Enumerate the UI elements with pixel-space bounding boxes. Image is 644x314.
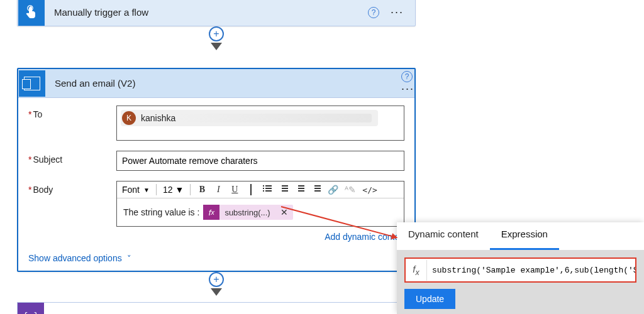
indent-button[interactable] [311, 185, 321, 195]
to-row: *To K kanishka [28, 106, 404, 141]
fx-icon: fx [406, 260, 427, 281]
recipient-name: kanishka [141, 113, 175, 123]
number-list-button[interactable] [279, 185, 289, 195]
variable-icon-box: { } [18, 303, 44, 314]
help-icon[interactable]: ? [368, 7, 379, 18]
update-button[interactable]: Update [404, 289, 455, 309]
expression-token-label: substring(...) [219, 208, 275, 217]
body-static-text: The string value is : [123, 207, 199, 217]
dynamic-content-popup: Dynamic content Expression fx substring(… [397, 222, 644, 314]
subject-field[interactable] [116, 151, 404, 171]
more-icon[interactable]: ··· [391, 6, 404, 19]
bullet-list-button[interactable] [262, 185, 272, 195]
body-label: *Body [28, 181, 116, 195]
color-button[interactable] [246, 185, 256, 195]
font-selector[interactable]: Font▼ [122, 185, 150, 195]
connector-1: + [209, 26, 224, 50]
code-view-button[interactable]: </> [362, 185, 377, 195]
to-field[interactable]: K kanishka [116, 106, 404, 141]
trigger-card[interactable]: Manually trigger a flow ? ··· [17, 0, 416, 26]
touch-icon [24, 5, 39, 20]
chevron-down-icon: ▼ [143, 187, 150, 193]
recipient-chip[interactable]: K kanishka [121, 110, 378, 126]
chevron-down-icon: ▼ [175, 185, 184, 195]
subject-row: *Subject [28, 151, 404, 171]
add-step-button[interactable]: + [209, 272, 224, 287]
tab-expression[interactable]: Expression [490, 222, 559, 250]
rte-toolbar: Font▼ 12▼ B I U [117, 181, 404, 198]
show-advanced-options[interactable]: Show advanced options ˅ [28, 253, 131, 263]
tab-dynamic-content[interactable]: Dynamic content [397, 222, 490, 250]
send-email-card: Send an email (V2) ? ··· *To K kanishka [17, 68, 416, 272]
chevron-down-icon: ˅ [127, 254, 131, 263]
outlook-icon [24, 77, 40, 90]
expression-input-box[interactable]: fx substring('Sample example',6,sub(leng… [404, 257, 636, 283]
connector-2: + [209, 272, 224, 296]
subject-input[interactable] [122, 154, 399, 168]
expression-token[interactable]: fx substring(...) ✕ [203, 205, 292, 220]
arrow-down-icon [211, 43, 222, 50]
body-field: Font▼ 12▼ B I U [116, 181, 404, 227]
italic-button[interactable]: I [213, 185, 223, 195]
trigger-title: Manually trigger a flow [54, 7, 368, 18]
outlook-icon-box [19, 70, 45, 97]
to-label: *To [28, 106, 116, 119]
avatar: K [122, 111, 136, 125]
send-email-title: Send an email (V2) [55, 78, 401, 89]
add-step-button[interactable]: + [209, 26, 224, 41]
body-content[interactable]: The string value is : fx substring(...) … [117, 198, 404, 226]
more-icon[interactable]: ··· [401, 82, 414, 95]
fx-icon: fx [203, 205, 219, 220]
spell-button[interactable]: ᴬ✎ [345, 185, 356, 195]
trigger-icon-box [18, 0, 45, 26]
recipient-blur [177, 114, 372, 122]
braces-icon: { } [23, 311, 38, 314]
next-action-card[interactable]: { } [17, 302, 416, 314]
send-email-header[interactable]: Send an email (V2) ? ··· [18, 69, 414, 98]
underline-button[interactable]: U [230, 185, 240, 195]
size-selector[interactable]: 12▼ [163, 185, 184, 195]
bold-button[interactable]: B [197, 185, 207, 195]
help-icon[interactable]: ? [401, 71, 413, 82]
outdent-button[interactable] [295, 185, 305, 195]
link-button[interactable]: 🔗 [328, 185, 338, 195]
expression-input[interactable]: substring('Sample example',6,sub(length(… [427, 266, 635, 275]
subject-label: *Subject [28, 151, 116, 165]
body-row: *Body Font▼ 12▼ B I U [28, 181, 404, 227]
arrow-down-icon [211, 288, 222, 296]
